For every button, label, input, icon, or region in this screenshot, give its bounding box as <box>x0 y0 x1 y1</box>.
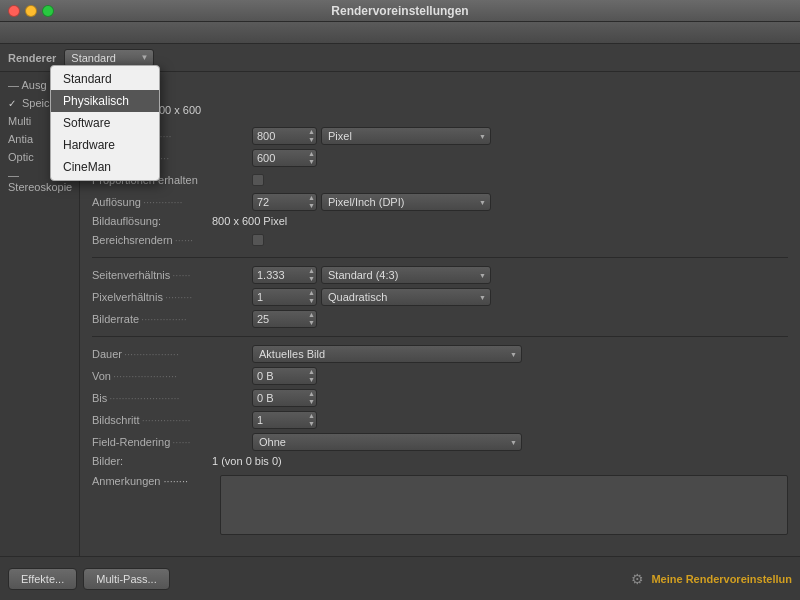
hoehe-input[interactable]: 600 ▲ ▼ <box>252 149 317 167</box>
renderer-row: Renderer Standard Standard Physikalisch … <box>0 44 800 72</box>
notes-area: Anmerkungen ········ <box>92 475 788 535</box>
bildaufloesung-row: Bildauflösung: 800 x 600 Pixel <box>92 215 788 227</box>
breite-unit-dropdown[interactable]: Pixel <box>321 127 491 145</box>
seitenverhaeltnis-dropdown[interactable]: Standard (4:3) <box>321 266 491 284</box>
bis-label: Bis ······················· <box>92 392 252 404</box>
notes-label: Anmerkungen ········ <box>92 475 212 487</box>
bildschritt-row: Bildschritt ················ 1 ▲ ▼ <box>92 411 788 429</box>
aufloesung-input[interactable]: 72 ▲ ▼ <box>252 193 317 211</box>
bildaufloesung-label: Bildauflösung: <box>92 215 212 227</box>
seitenverhaeltnis-label: Seitenverhältnis ······ <box>92 269 252 281</box>
proportionen-checkbox[interactable] <box>252 174 264 186</box>
minimize-button[interactable] <box>25 5 37 17</box>
aufloesung-up[interactable]: ▲ <box>308 194 315 202</box>
von-input[interactable]: 0 B ▲ ▼ <box>252 367 317 385</box>
toolbar <box>0 22 800 44</box>
divider-1 <box>92 257 788 258</box>
preset-name: Meine Rendervoreinstellun <box>651 573 792 585</box>
window-buttons <box>8 5 54 17</box>
maximize-button[interactable] <box>42 5 54 17</box>
section-title: Ausgabe <box>92 80 788 95</box>
breite-down[interactable]: ▼ <box>308 136 315 144</box>
breite-up[interactable]: ▲ <box>308 128 315 136</box>
dropdown-item-hardware[interactable]: Hardware <box>51 134 159 156</box>
preset-value: 800 x 600 <box>153 104 201 116</box>
aufloesung-label: Auflösung ············· <box>92 196 252 208</box>
dauer-label: Dauer ·················· <box>92 348 252 360</box>
renderer-dropdown-menu: Standard Physikalisch Software Hardware … <box>50 65 160 181</box>
hoehe-up[interactable]: ▲ <box>308 150 315 158</box>
bilderrate-label: Bilderrate ··············· <box>92 313 252 325</box>
bis-row: Bis ······················· 0 B ▲ ▼ <box>92 389 788 407</box>
hoehe-down[interactable]: ▼ <box>308 158 315 166</box>
dropdown-item-software[interactable]: Software <box>51 112 159 134</box>
von-label: Von ····················· <box>92 370 252 382</box>
renderer-label: Renderer <box>8 52 56 64</box>
renderer-dropdown[interactable]: Standard <box>64 49 154 67</box>
bereichsrendern-label: Bereichsrendern ······ <box>92 234 252 246</box>
dropdown-item-standard[interactable]: Standard <box>51 68 159 90</box>
pixelverhaeltnis-label: Pixelverhältnis ········· <box>92 291 252 303</box>
pixelverhaeltnis-dropdown[interactable]: Quadratisch <box>321 288 491 306</box>
seitenverhaeltnis-row: Seitenverhältnis ······ 1.333 ▲ ▼ Standa… <box>92 266 788 284</box>
bottom-right: ⚙ Meine Rendervoreinstellun <box>631 571 792 587</box>
bilder-row: Bilder: 1 (von 0 bis 0) <box>92 455 788 467</box>
titlebar: Rendervoreinstellungen <box>0 0 800 22</box>
bottom-left: Effekte... Multi-Pass... <box>8 568 170 590</box>
bildschritt-label: Bildschritt ················ <box>92 414 252 426</box>
bis-input[interactable]: 0 B ▲ ▼ <box>252 389 317 407</box>
bildschritt-input[interactable]: 1 ▲ ▼ <box>252 411 317 429</box>
seitenverhaeltnis-input[interactable]: 1.333 ▲ ▼ <box>252 266 317 284</box>
pixelverhaeltnis-row: Pixelverhältnis ········· 1 ▲ ▼ Quadrati… <box>92 288 788 306</box>
bilder-label: Bilder: <box>92 455 212 467</box>
bereichsrendern-row: Bereichsrendern ······ <box>92 231 788 249</box>
field-rendering-label: Field-Rendering ······ <box>92 436 252 448</box>
aufloesung-row: Auflösung ············· 72 ▲ ▼ Pixel/Inc… <box>92 193 788 211</box>
content-area: Ausgabe Preset: 800 x 600 Breite ·······… <box>80 72 800 556</box>
hoehe-row: Höhe ················ 600 ▲ ▼ <box>92 149 788 167</box>
bottom-bar: Effekte... Multi-Pass... ⚙ Meine Renderv… <box>0 556 800 600</box>
divider-2 <box>92 336 788 337</box>
von-row: Von ····················· 0 B ▲ ▼ <box>92 367 788 385</box>
bildaufloesung-value: 800 x 600 Pixel <box>212 215 287 227</box>
effekte-button[interactable]: Effekte... <box>8 568 77 590</box>
field-rendering-dropdown[interactable]: Ohne <box>252 433 522 451</box>
pixelverhaeltnis-input[interactable]: 1 ▲ ▼ <box>252 288 317 306</box>
breite-input[interactable]: 800 ▲ ▼ <box>252 127 317 145</box>
dropdown-item-physikalisch[interactable]: Physikalisch <box>51 90 159 112</box>
gear-icon[interactable]: ⚙ <box>631 571 647 587</box>
dauer-dropdown[interactable]: Aktuelles Bild <box>252 345 522 363</box>
dropdown-item-cineman[interactable]: CineMan <box>51 156 159 178</box>
dauer-row: Dauer ·················· Aktuelles Bild <box>92 345 788 363</box>
proportionen-row: Proportionen erhalten <box>92 171 788 189</box>
bilderrate-row: Bilderrate ··············· 25 ▲ ▼ <box>92 310 788 328</box>
window-title: Rendervoreinstellungen <box>331 4 468 18</box>
close-button[interactable] <box>8 5 20 17</box>
aufloesung-unit-dropdown[interactable]: Pixel/Inch (DPI) <box>321 193 491 211</box>
bilder-value: 1 (von 0 bis 0) <box>212 455 282 467</box>
notes-input[interactable] <box>220 475 788 535</box>
bilderrate-input[interactable]: 25 ▲ ▼ <box>252 310 317 328</box>
field-rendering-row: Field-Rendering ······ Ohne <box>92 433 788 451</box>
multipass-button[interactable]: Multi-Pass... <box>83 568 170 590</box>
preset-row: Preset: 800 x 600 <box>92 103 788 117</box>
bereichsrendern-checkbox[interactable] <box>252 234 264 246</box>
breite-row: Breite ················ 800 ▲ ▼ Pixel <box>92 127 788 145</box>
aufloesung-down[interactable]: ▼ <box>308 202 315 210</box>
